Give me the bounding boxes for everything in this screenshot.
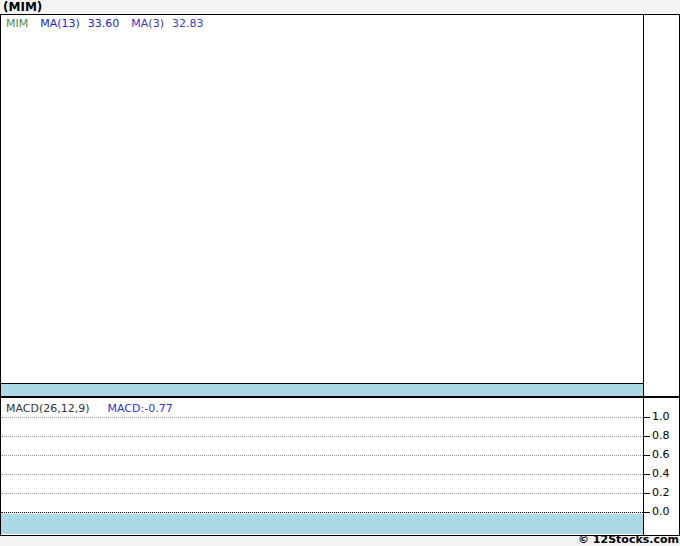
ma13-label: MA(13) bbox=[40, 17, 80, 30]
axis-divider-line bbox=[643, 14, 644, 535]
tick-mark bbox=[644, 512, 650, 513]
price-legend: MIMMA(13)33.60MA(3)32.83 bbox=[6, 17, 203, 30]
y-axis-label: 0.6 bbox=[652, 449, 678, 461]
macd-panel-band bbox=[1, 514, 643, 534]
macd-params-label: MACD(26,12,9) bbox=[6, 402, 90, 415]
y-axis-label: 0.4 bbox=[652, 468, 678, 480]
price-panel-band bbox=[1, 384, 643, 396]
ma3-value: 32.83 bbox=[172, 17, 204, 30]
tick-mark bbox=[644, 455, 650, 456]
ma3-label: MA(3) bbox=[131, 17, 164, 30]
y-axis-label: 0.0 bbox=[652, 506, 678, 518]
tick-mark bbox=[644, 436, 650, 437]
gridline bbox=[1, 474, 643, 475]
panel-divider-line bbox=[0, 396, 680, 398]
macd-value-label: MACD:-0.77 bbox=[108, 402, 173, 415]
tick-mark bbox=[644, 417, 650, 418]
stock-chart-page: (MIM) MIMMA(13)33.60MA(3)32.83 MACD(26,1… bbox=[0, 0, 680, 546]
tick-mark bbox=[644, 474, 650, 475]
zero-gridline bbox=[1, 512, 643, 513]
y-axis-label: 0.8 bbox=[652, 430, 678, 442]
tick-mark bbox=[644, 493, 650, 494]
y-axis-label: 0.2 bbox=[652, 487, 678, 499]
gridline bbox=[1, 436, 643, 437]
chart-frame bbox=[0, 14, 680, 536]
ticker-symbol-label: MIM bbox=[6, 17, 28, 30]
ma13-value: 33.60 bbox=[88, 17, 120, 30]
watermark-credit: © 12Stocks.com bbox=[0, 534, 679, 546]
page-title: (MIM) bbox=[3, 0, 42, 14]
y-axis-label: 1.0 bbox=[652, 411, 678, 423]
gridline bbox=[1, 455, 643, 456]
macd-legend: MACD(26,12,9)MACD:-0.77 bbox=[6, 402, 173, 415]
gridline bbox=[1, 493, 643, 494]
gridline bbox=[1, 417, 643, 418]
